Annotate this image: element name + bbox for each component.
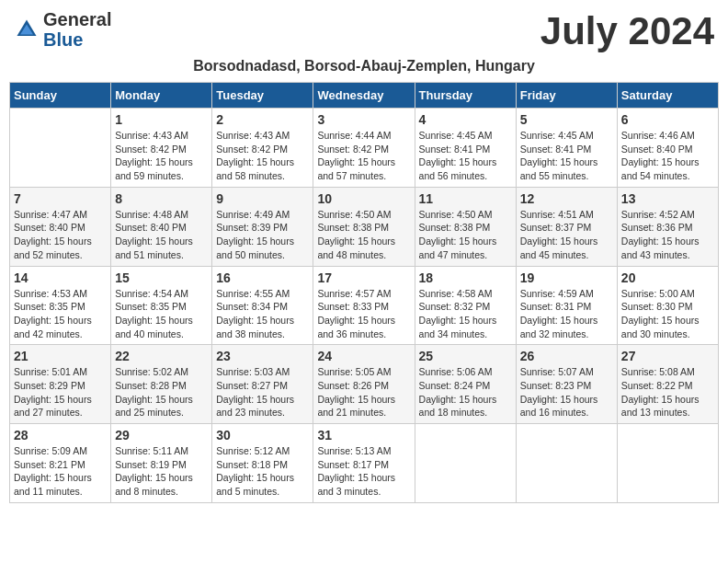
- calendar-cell: 24Sunrise: 5:05 AM Sunset: 8:26 PM Dayli…: [313, 345, 415, 424]
- day-info: Sunrise: 5:05 AM Sunset: 8:26 PM Dayligh…: [317, 365, 410, 419]
- day-number: 28: [14, 428, 107, 442]
- day-number: 5: [520, 112, 613, 127]
- day-info: Sunrise: 5:07 AM Sunset: 8:23 PM Dayligh…: [520, 365, 613, 419]
- day-number: 12: [520, 191, 613, 206]
- day-info: Sunrise: 4:59 AM Sunset: 8:31 PM Dayligh…: [520, 287, 613, 341]
- day-number: 1: [115, 112, 208, 127]
- day-number: 14: [14, 270, 107, 285]
- day-number: 3: [317, 112, 410, 127]
- day-info: Sunrise: 5:13 AM Sunset: 8:17 PM Dayligh…: [317, 444, 410, 499]
- calendar-cell: 28Sunrise: 5:09 AM Sunset: 8:21 PM Dayli…: [10, 424, 111, 503]
- day-info: Sunrise: 4:57 AM Sunset: 8:33 PM Dayligh…: [317, 287, 410, 341]
- day-number: 4: [419, 112, 512, 127]
- day-info: Sunrise: 4:48 AM Sunset: 8:40 PM Dayligh…: [115, 208, 208, 262]
- calendar-cell: 25Sunrise: 5:06 AM Sunset: 8:24 PM Dayli…: [415, 345, 516, 424]
- calendar-cell: 12Sunrise: 4:51 AM Sunset: 8:37 PM Dayli…: [516, 187, 617, 266]
- calendar-cell: 1Sunrise: 4:43 AM Sunset: 8:42 PM Daylig…: [111, 109, 212, 188]
- day-number: 30: [216, 428, 309, 442]
- day-info: Sunrise: 5:06 AM Sunset: 8:24 PM Dayligh…: [419, 365, 512, 419]
- day-info: Sunrise: 5:01 AM Sunset: 8:29 PM Dayligh…: [14, 365, 107, 419]
- day-info: Sunrise: 5:02 AM Sunset: 8:28 PM Dayligh…: [115, 365, 208, 419]
- day-info: Sunrise: 4:46 AM Sunset: 8:40 PM Dayligh…: [621, 129, 714, 183]
- calendar-cell: 8Sunrise: 4:48 AM Sunset: 8:40 PM Daylig…: [111, 187, 212, 266]
- day-info: Sunrise: 4:52 AM Sunset: 8:36 PM Dayligh…: [621, 208, 714, 262]
- day-number: 25: [419, 349, 512, 363]
- logo-text: General Blue: [43, 9, 111, 50]
- day-number: 23: [216, 349, 309, 363]
- day-number: 2: [216, 112, 309, 127]
- calendar-week-row: 28Sunrise: 5:09 AM Sunset: 8:21 PM Dayli…: [10, 424, 719, 503]
- day-info: Sunrise: 5:08 AM Sunset: 8:22 PM Dayligh…: [621, 365, 714, 419]
- day-info: Sunrise: 4:43 AM Sunset: 8:42 PM Dayligh…: [216, 129, 309, 183]
- day-of-week-header: Wednesday: [313, 83, 415, 109]
- day-info: Sunrise: 4:50 AM Sunset: 8:38 PM Dayligh…: [317, 208, 410, 262]
- calendar-cell: 2Sunrise: 4:43 AM Sunset: 8:42 PM Daylig…: [212, 109, 313, 188]
- calendar-cell: 27Sunrise: 5:08 AM Sunset: 8:22 PM Dayli…: [617, 345, 718, 424]
- calendar-cell: 30Sunrise: 5:12 AM Sunset: 8:18 PM Dayli…: [212, 424, 313, 503]
- day-number: 24: [317, 349, 410, 363]
- day-info: Sunrise: 4:55 AM Sunset: 8:34 PM Dayligh…: [216, 287, 309, 341]
- calendar-cell: 3Sunrise: 4:44 AM Sunset: 8:42 PM Daylig…: [313, 109, 415, 188]
- calendar-cell: 19Sunrise: 4:59 AM Sunset: 8:31 PM Dayli…: [516, 266, 617, 345]
- day-number: 31: [317, 428, 410, 442]
- day-number: 26: [520, 349, 613, 363]
- day-info: Sunrise: 4:47 AM Sunset: 8:40 PM Dayligh…: [14, 208, 107, 262]
- day-info: Sunrise: 4:45 AM Sunset: 8:41 PM Dayligh…: [520, 129, 613, 183]
- day-info: Sunrise: 4:50 AM Sunset: 8:38 PM Dayligh…: [419, 208, 512, 262]
- calendar-cell: 9Sunrise: 4:49 AM Sunset: 8:39 PM Daylig…: [212, 187, 313, 266]
- calendar-cell: 13Sunrise: 4:52 AM Sunset: 8:36 PM Dayli…: [617, 187, 718, 266]
- day-number: 9: [216, 191, 309, 206]
- day-info: Sunrise: 4:53 AM Sunset: 8:35 PM Dayligh…: [14, 287, 107, 341]
- day-of-week-header: Tuesday: [212, 83, 313, 109]
- calendar-cell: 11Sunrise: 4:50 AM Sunset: 8:38 PM Dayli…: [415, 187, 516, 266]
- calendar-cell: 31Sunrise: 5:13 AM Sunset: 8:17 PM Dayli…: [313, 424, 415, 503]
- day-number: 22: [115, 349, 208, 363]
- day-info: Sunrise: 4:49 AM Sunset: 8:39 PM Dayligh…: [216, 208, 309, 262]
- calendar-cell: 17Sunrise: 4:57 AM Sunset: 8:33 PM Dayli…: [313, 266, 415, 345]
- day-number: 15: [115, 270, 208, 285]
- calendar-cell: 29Sunrise: 5:11 AM Sunset: 8:19 PM Dayli…: [111, 424, 212, 503]
- calendar-week-row: 21Sunrise: 5:01 AM Sunset: 8:29 PM Dayli…: [10, 345, 719, 424]
- day-number: 29: [115, 428, 208, 442]
- day-number: 7: [14, 191, 107, 206]
- day-info: Sunrise: 5:12 AM Sunset: 8:18 PM Dayligh…: [216, 444, 309, 499]
- calendar-cell: 23Sunrise: 5:03 AM Sunset: 8:27 PM Dayli…: [212, 345, 313, 424]
- calendar-cell: 20Sunrise: 5:00 AM Sunset: 8:30 PM Dayli…: [617, 266, 718, 345]
- day-info: Sunrise: 4:54 AM Sunset: 8:35 PM Dayligh…: [115, 287, 208, 341]
- calendar-cell: 26Sunrise: 5:07 AM Sunset: 8:23 PM Dayli…: [516, 345, 617, 424]
- day-number: 6: [621, 112, 714, 127]
- month-title: July 2024: [540, 9, 714, 53]
- calendar-week-row: 14Sunrise: 4:53 AM Sunset: 8:35 PM Dayli…: [10, 266, 719, 345]
- calendar-cell: 16Sunrise: 4:55 AM Sunset: 8:34 PM Dayli…: [212, 266, 313, 345]
- day-info: Sunrise: 5:09 AM Sunset: 8:21 PM Dayligh…: [14, 444, 107, 499]
- day-number: 20: [621, 270, 714, 285]
- day-info: Sunrise: 5:00 AM Sunset: 8:30 PM Dayligh…: [621, 287, 714, 341]
- day-number: 8: [115, 191, 208, 206]
- calendar-cell: 4Sunrise: 4:45 AM Sunset: 8:41 PM Daylig…: [415, 109, 516, 188]
- calendar-cell: 7Sunrise: 4:47 AM Sunset: 8:40 PM Daylig…: [10, 187, 111, 266]
- calendar-cell: [415, 424, 516, 503]
- day-info: Sunrise: 4:43 AM Sunset: 8:42 PM Dayligh…: [115, 129, 208, 183]
- calendar-table: SundayMondayTuesdayWednesdayThursdayFrid…: [9, 82, 719, 503]
- day-number: 18: [419, 270, 512, 285]
- calendar-cell: 22Sunrise: 5:02 AM Sunset: 8:28 PM Dayli…: [111, 345, 212, 424]
- day-number: 19: [520, 270, 613, 285]
- calendar-cell: [516, 424, 617, 503]
- day-info: Sunrise: 4:58 AM Sunset: 8:32 PM Dayligh…: [419, 287, 512, 341]
- day-number: 11: [419, 191, 512, 206]
- day-of-week-header: Sunday: [10, 83, 111, 109]
- day-info: Sunrise: 4:44 AM Sunset: 8:42 PM Dayligh…: [317, 129, 410, 183]
- day-number: 13: [621, 191, 714, 206]
- day-number: 10: [317, 191, 410, 206]
- day-of-week-header: Thursday: [415, 83, 516, 109]
- logo-blue-text: Blue: [43, 29, 83, 50]
- calendar-cell: 10Sunrise: 4:50 AM Sunset: 8:38 PM Dayli…: [313, 187, 415, 266]
- calendar-week-row: 7Sunrise: 4:47 AM Sunset: 8:40 PM Daylig…: [10, 187, 719, 266]
- calendar-week-row: 1Sunrise: 4:43 AM Sunset: 8:42 PM Daylig…: [10, 109, 719, 188]
- calendar-cell: 5Sunrise: 4:45 AM Sunset: 8:41 PM Daylig…: [516, 109, 617, 188]
- page-header: General Blue July 2024: [9, 9, 719, 53]
- day-of-week-header: Saturday: [617, 83, 718, 109]
- logo-general-text: General: [43, 9, 111, 29]
- calendar-cell: [10, 109, 111, 188]
- day-number: 27: [621, 349, 714, 363]
